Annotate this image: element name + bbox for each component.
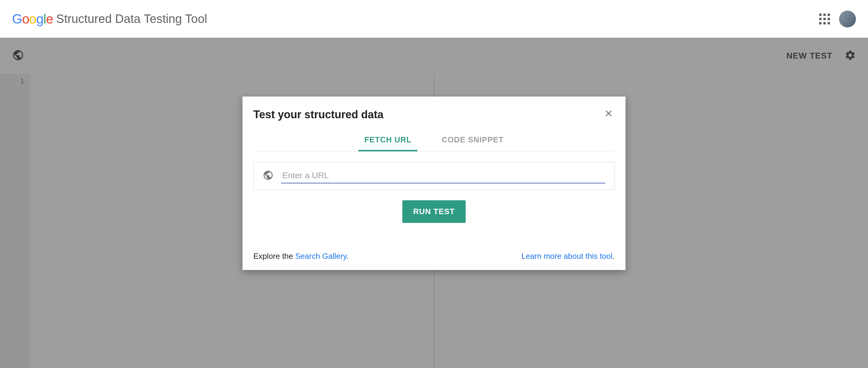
explore-text: Explore the Search Gallery. — [253, 251, 349, 261]
run-test-button[interactable]: RUN TEST — [402, 200, 466, 223]
learn-more-link[interactable]: Learn more about this tool — [522, 251, 613, 260]
modal-overlay: Test your structured data FETCH URL CODE… — [0, 38, 868, 368]
logo-title: Google Structured Data Testing Tool — [12, 11, 207, 27]
tab-fetch-url[interactable]: FETCH URL — [358, 131, 417, 151]
search-gallery-link[interactable]: Search Gallery — [295, 251, 346, 260]
globe-icon — [263, 170, 274, 182]
modal: Test your structured data FETCH URL CODE… — [243, 96, 625, 270]
learn-more-text: Learn more about this tool. — [522, 251, 615, 261]
apps-icon[interactable] — [819, 13, 830, 25]
modal-footer: Explore the Search Gallery. Learn more a… — [253, 251, 615, 261]
close-icon[interactable] — [602, 108, 615, 122]
top-header: Google Structured Data Testing Tool — [0, 0, 868, 38]
run-button-wrapper: RUN TEST — [253, 200, 615, 223]
google-logo: Google — [12, 11, 53, 27]
avatar[interactable] — [839, 10, 856, 27]
url-input-wrapper — [253, 162, 615, 190]
app-title: Structured Data Testing Tool — [56, 12, 207, 26]
modal-header: Test your structured data — [253, 108, 615, 122]
tab-code-snippet[interactable]: CODE SNIPPET — [435, 131, 510, 151]
header-right — [819, 10, 856, 27]
modal-tabs: FETCH URL CODE SNIPPET — [253, 131, 615, 151]
modal-title: Test your structured data — [253, 108, 383, 121]
url-input[interactable] — [281, 168, 605, 183]
